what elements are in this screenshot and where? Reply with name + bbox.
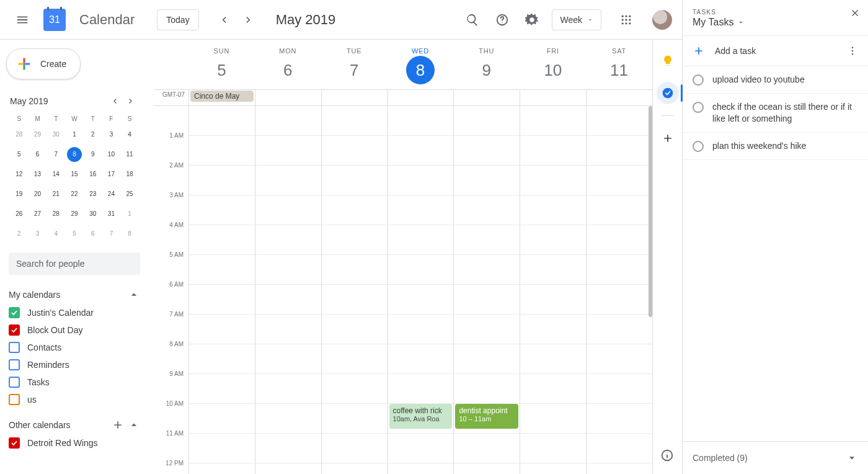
account-avatar[interactable] — [652, 10, 672, 30]
time-cell[interactable] — [586, 255, 652, 285]
mini-day[interactable]: 28 — [12, 127, 27, 142]
time-cell[interactable] — [520, 404, 586, 434]
allday-cell[interactable] — [520, 90, 586, 105]
mini-day[interactable]: 23 — [86, 187, 100, 202]
time-cell[interactable] — [388, 195, 454, 225]
time-grid-scroll[interactable]: 1 AM2 AM3 AM4 AM5 AM6 AM7 AM8 AM9 AM10 A… — [154, 106, 652, 474]
mini-next-month[interactable] — [123, 93, 139, 109]
day-column-header[interactable]: TUE7 — [321, 47, 388, 89]
mini-day[interactable]: 3 — [104, 127, 118, 142]
task-complete-circle[interactable] — [693, 74, 704, 86]
time-cell[interactable] — [321, 344, 388, 374]
time-cell[interactable] — [520, 285, 586, 315]
time-cell[interactable] — [520, 434, 586, 463]
time-cell[interactable] — [321, 404, 388, 434]
time-cell[interactable] — [520, 255, 586, 285]
mini-day[interactable]: 1 — [122, 207, 137, 221]
time-cell[interactable] — [453, 463, 520, 474]
mini-day[interactable]: 12 — [12, 167, 27, 182]
mini-day[interactable]: 7 — [48, 147, 63, 162]
mini-day[interactable]: 14 — [48, 167, 63, 182]
time-cell[interactable] — [520, 374, 586, 404]
time-cell[interactable] — [255, 404, 321, 434]
checkbox[interactable] — [9, 359, 20, 370]
time-cell[interactable] — [255, 463, 321, 474]
checkbox[interactable] — [9, 377, 20, 388]
mini-day[interactable]: 5 — [12, 147, 27, 162]
mini-day[interactable]: 7 — [104, 226, 118, 241]
mini-day[interactable]: 15 — [67, 167, 82, 182]
time-cell[interactable] — [388, 374, 454, 404]
view-selector[interactable]: Week — [552, 9, 601, 30]
next-week-button[interactable] — [236, 7, 261, 32]
time-cell[interactable] — [188, 285, 255, 315]
time-cell[interactable] — [388, 344, 454, 374]
day-column-header[interactable]: THU9 — [453, 47, 520, 89]
time-cell[interactable] — [586, 166, 652, 195]
time-cell[interactable] — [255, 195, 321, 225]
time-cell[interactable] — [388, 225, 454, 255]
search-people-input[interactable]: Search for people — [9, 253, 140, 275]
mini-day[interactable]: 4 — [48, 226, 63, 241]
time-cell[interactable] — [255, 344, 321, 374]
time-cell[interactable] — [255, 166, 321, 195]
time-cell[interactable] — [321, 136, 388, 166]
task-complete-circle[interactable] — [693, 102, 704, 113]
time-cell[interactable] — [388, 106, 454, 136]
mini-day[interactable]: 31 — [104, 207, 118, 221]
time-cell[interactable] — [255, 225, 321, 255]
mini-day[interactable]: 5 — [67, 226, 82, 241]
time-cell[interactable] — [388, 463, 454, 474]
time-cell[interactable] — [388, 315, 454, 344]
time-cell[interactable] — [321, 374, 388, 404]
time-cell[interactable] — [321, 315, 388, 344]
mini-day[interactable]: 11 — [122, 147, 137, 162]
time-cell[interactable] — [388, 166, 454, 195]
day-column-header[interactable]: WED8 — [388, 47, 454, 89]
time-cell[interactable] — [255, 374, 321, 404]
time-cell[interactable] — [255, 285, 321, 315]
task-item[interactable]: check if the ocean is still there or if … — [683, 94, 868, 133]
info-button[interactable] — [655, 443, 680, 468]
time-cell[interactable] — [586, 285, 652, 315]
time-cell[interactable] — [188, 374, 255, 404]
time-cell[interactable] — [321, 225, 388, 255]
time-cell[interactable] — [188, 166, 255, 195]
time-cell[interactable] — [188, 225, 255, 255]
time-cell[interactable] — [255, 315, 321, 344]
mini-day[interactable]: 3 — [30, 226, 45, 241]
tasks-more-menu[interactable] — [847, 45, 858, 56]
allday-cell[interactable] — [255, 90, 321, 105]
time-cell[interactable] — [520, 106, 586, 136]
time-cell[interactable] — [586, 106, 652, 136]
mini-day[interactable]: 9 — [86, 147, 100, 162]
time-cell[interactable] — [188, 463, 255, 474]
mini-day[interactable]: 6 — [86, 226, 100, 241]
time-cell[interactable] — [188, 255, 255, 285]
mini-day[interactable]: 8 — [122, 226, 137, 241]
calendar-toggle[interactable]: Block Out Day — [9, 324, 140, 336]
prev-week-button[interactable] — [211, 7, 236, 32]
time-cell[interactable] — [586, 225, 652, 255]
time-cell[interactable] — [586, 136, 652, 166]
time-cell[interactable] — [520, 136, 586, 166]
time-cell[interactable] — [586, 315, 652, 344]
mini-day[interactable]: 21 — [48, 187, 63, 202]
mini-day[interactable]: 16 — [86, 167, 100, 182]
scrollbar-thumb[interactable] — [649, 106, 652, 317]
mini-day[interactable]: 30 — [48, 127, 63, 142]
other-calendars-toggle[interactable]: Other calendars — [9, 419, 140, 431]
calendar-toggle[interactable]: us — [9, 394, 140, 405]
add-addon-button[interactable] — [657, 127, 679, 150]
mini-day[interactable]: 10 — [104, 147, 118, 162]
day-column-header[interactable]: SUN5 — [188, 47, 255, 89]
checkbox[interactable] — [9, 342, 20, 353]
time-cell[interactable] — [255, 434, 321, 463]
time-cell[interactable] — [255, 106, 321, 136]
time-cell[interactable] — [188, 106, 255, 136]
checkbox[interactable] — [9, 324, 20, 336]
mini-day[interactable]: 24 — [104, 187, 118, 202]
mini-day[interactable]: 8 — [67, 147, 82, 162]
mini-day[interactable]: 1 — [67, 127, 82, 142]
day-column-header[interactable]: SAT11 — [586, 47, 652, 89]
